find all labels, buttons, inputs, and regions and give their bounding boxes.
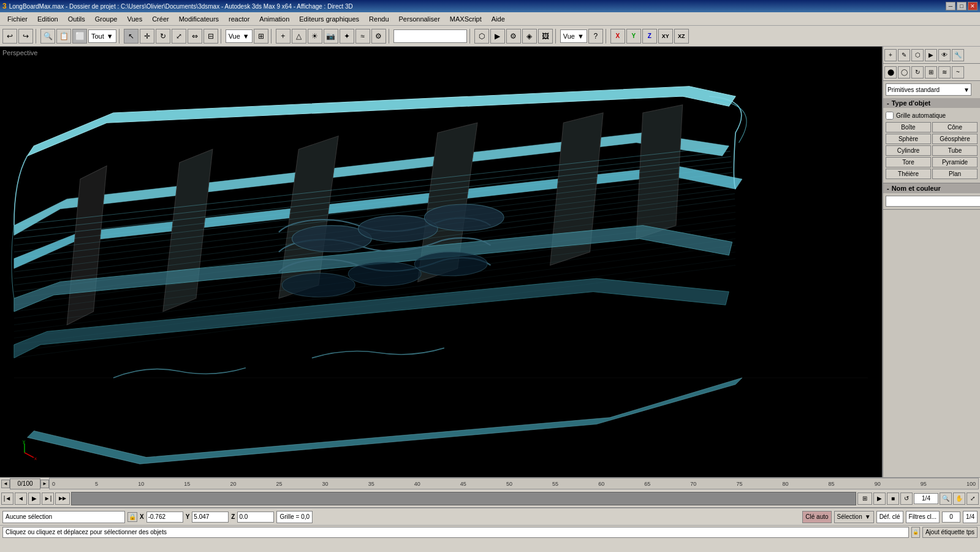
grille-checkbox[interactable] (886, 112, 894, 120)
loop-button[interactable]: ↺ (900, 493, 913, 505)
zoom-time-button[interactable]: 🔍 (940, 493, 952, 505)
z-coord-field[interactable] (237, 512, 274, 523)
align-button[interactable]: ⊟ (203, 29, 218, 44)
display-tab[interactable]: 👁 (938, 49, 951, 61)
timeline-scroll-left[interactable]: ◄ (1, 480, 10, 488)
boite-button[interactable]: Boîte (886, 122, 931, 132)
xy-axis-button[interactable]: XY (658, 29, 673, 44)
render-last-button[interactable]: ▶ (490, 29, 505, 44)
help-button[interactable]: ? (588, 29, 603, 44)
shapes-button[interactable]: △ (292, 29, 306, 44)
select-scale-button[interactable]: ⤢ (172, 29, 186, 44)
y-axis-button[interactable]: Y (626, 29, 641, 44)
rp-icon-4[interactable]: ⊞ (925, 66, 937, 79)
time-config-button[interactable]: ⊞ (857, 493, 872, 505)
sphere-button[interactable]: Sphère (886, 134, 931, 144)
rp-icon-5[interactable]: ≋ (938, 66, 951, 79)
vue-dropdown[interactable]: Vue ▼ (226, 29, 253, 43)
menu-outils[interactable]: Outils (63, 14, 90, 24)
rp-icon-1[interactable]: ⬤ (884, 66, 897, 79)
mirror-button[interactable]: ⇔ (188, 29, 202, 44)
menu-fichier[interactable]: Fichier (2, 14, 32, 24)
kf-btn-4[interactable]: ►| (42, 493, 54, 505)
vue-dropdown-2[interactable]: Vue ▼ (560, 29, 587, 43)
menu-maxscript[interactable]: MAXScript (445, 14, 487, 24)
menu-rendu[interactable]: Rendu (364, 14, 393, 24)
filtres-button[interactable]: Filtres cl... (906, 511, 940, 523)
frame-input[interactable] (942, 512, 960, 523)
rp-icon-2[interactable]: ◯ (898, 66, 910, 79)
rp-icon-3[interactable]: ↻ (911, 66, 924, 79)
timeline-scroll-right[interactable]: ► (40, 480, 49, 488)
render-settings-button[interactable]: ⚙ (506, 29, 521, 44)
theiere-button[interactable]: Théière (886, 169, 931, 179)
selection-mode-dropdown[interactable]: Sélection ▼ (834, 511, 874, 523)
cone-button[interactable]: Cône (932, 122, 978, 132)
play-button[interactable]: ▶ (873, 493, 886, 505)
named-selection-field[interactable] (393, 29, 467, 43)
lock-button[interactable]: 🔒 (127, 512, 137, 522)
close-button[interactable]: ✕ (968, 2, 978, 10)
tube-button[interactable]: Tube (932, 145, 978, 156)
menu-reactor[interactable]: reactor (224, 14, 254, 24)
x-axis-button[interactable]: X (610, 29, 625, 44)
select-object-button[interactable]: 🔍 (40, 29, 55, 44)
helpers-button[interactable]: ✦ (340, 29, 354, 44)
plan-button[interactable]: Plan (932, 169, 978, 179)
menu-aide[interactable]: Aide (487, 14, 510, 24)
space-warps-button[interactable]: ≈ (355, 29, 370, 44)
select-by-name-button[interactable]: 📋 (56, 29, 71, 44)
modify-tab[interactable]: ✎ (898, 49, 910, 61)
rp-icon-6[interactable]: ~ (952, 66, 964, 79)
kf-btn-2[interactable]: ◄ (15, 493, 27, 505)
menu-groupe[interactable]: Groupe (90, 14, 123, 24)
menu-animation[interactable]: Animation (254, 14, 294, 24)
tore-button[interactable]: Tore (886, 157, 931, 167)
utilities-tab[interactable]: 🔧 (952, 49, 964, 61)
render-viewport-button[interactable]: 🖼 (538, 29, 553, 44)
geosphere-button[interactable]: Géosphère (932, 134, 978, 144)
systems-button[interactable]: ⚙ (371, 29, 386, 44)
frame-counter[interactable]: 0 / 100 (10, 478, 40, 489)
create-button[interactable]: + (276, 29, 291, 44)
type-object-header[interactable]: - Type d'objet (883, 98, 980, 108)
layer-manager-button[interactable]: ⊞ (254, 29, 268, 44)
menu-vues[interactable]: Vues (122, 14, 147, 24)
undo-button[interactable]: ↩ (2, 29, 17, 44)
kf-btn-1[interactable]: |◄ (1, 493, 13, 505)
lights-button[interactable]: ☀ (308, 29, 322, 44)
hierarchy-tab[interactable]: ⬡ (911, 49, 924, 61)
cle-auto-button[interactable]: Clé auto (802, 511, 831, 523)
cameras-button[interactable]: 📷 (324, 29, 338, 44)
pyramide-button[interactable]: Pyramide (932, 157, 978, 167)
def-cle-button[interactable]: Déf. clé (876, 511, 903, 523)
viewport-3d[interactable]: Perspective (0, 47, 882, 477)
select-region-button[interactable]: ⬜ (72, 29, 87, 44)
select-rotate-button[interactable]: ↻ (156, 29, 170, 44)
redo-button[interactable]: ↪ (18, 29, 33, 44)
create-tab[interactable]: + (884, 49, 897, 61)
tout-dropdown[interactable]: Tout ▼ (88, 29, 116, 43)
primitives-type-dropdown[interactable]: Primitives standard ▼ (886, 83, 971, 96)
select-move-button[interactable]: ✛ (140, 29, 154, 44)
menu-modificateurs[interactable]: Modificateurs (174, 14, 224, 24)
menu-personnaliser[interactable]: Personnaliser (394, 14, 445, 24)
ajout-etiquette-button[interactable]: Ajout étiquette tps (922, 527, 978, 538)
z-axis-button[interactable]: Z (642, 29, 657, 44)
kf-btn-5[interactable]: ▶▶ (55, 493, 70, 505)
minimize-button[interactable]: ─ (946, 2, 955, 10)
x-coord-field[interactable] (146, 512, 183, 523)
name-color-header[interactable]: - Nom et couleur (883, 183, 980, 193)
zoom-all-button[interactable]: ⤢ (967, 493, 979, 505)
maximize-button[interactable]: □ (957, 2, 967, 10)
stop-button[interactable]: ■ (887, 493, 899, 505)
xz-axis-button[interactable]: XZ (674, 29, 689, 44)
animation-timeline[interactable] (71, 492, 856, 505)
kf-btn-3[interactable]: ▶ (28, 493, 40, 505)
menu-editeurs-graphiques[interactable]: Editeurs graphiques (294, 14, 364, 24)
menu-creer[interactable]: Créer (147, 14, 174, 24)
hint-lock-button[interactable]: 🔒 (911, 527, 920, 538)
y-coord-field[interactable] (192, 512, 229, 523)
render-scene-button[interactable]: ⬡ (474, 29, 489, 44)
cylindre-button[interactable]: Cylindre (886, 145, 931, 156)
